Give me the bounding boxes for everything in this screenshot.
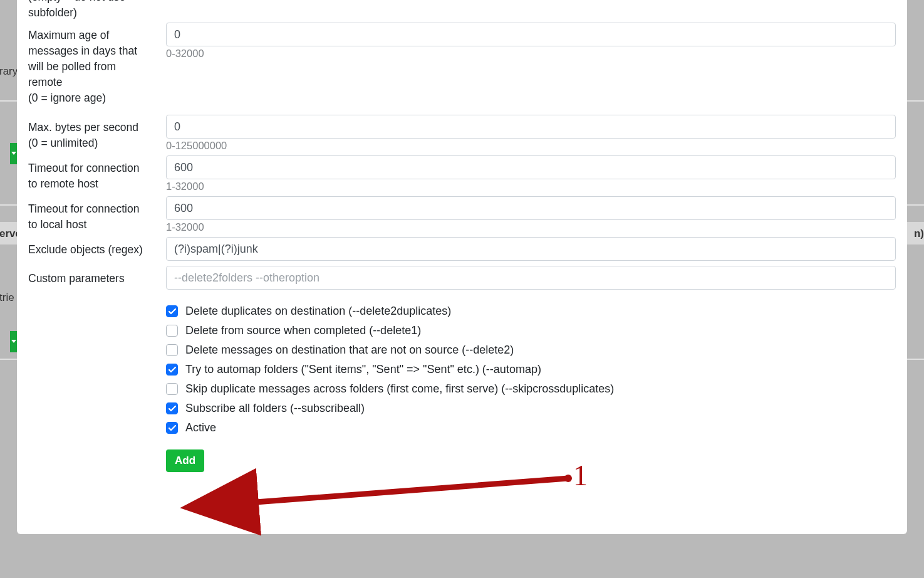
checkbox-icon	[166, 422, 178, 434]
label-line: Timeout for connection	[28, 160, 166, 176]
bg-text-fragment: n)	[914, 228, 924, 240]
label-line: Maximum age of	[28, 28, 166, 43]
check-delete2[interactable]: Delete messages on destination that are …	[166, 344, 896, 357]
check-label: Delete duplicates on destination (--dele…	[185, 305, 451, 318]
bg-text-fragment: rary	[0, 65, 18, 78]
label-line: Timeout for connection	[28, 201, 166, 217]
check-label: Try to automap folders ("Sent items", "S…	[185, 363, 541, 376]
check-label: Skip duplicate messages across folders (…	[185, 382, 614, 396]
check-skipcrossduplicates[interactable]: Skip duplicate messages across folders (…	[166, 382, 896, 396]
timeout-local-label: Timeout for connection to local host	[28, 196, 166, 233]
exclude-input[interactable]	[166, 237, 896, 261]
add-button[interactable]: Add	[166, 449, 204, 472]
timeout-remote-input[interactable]	[166, 155, 896, 179]
checkbox-icon	[166, 305, 178, 317]
checkbox-icon	[166, 344, 178, 356]
label-line: subfolder)	[28, 5, 166, 21]
label-line: (0 = ignore age)	[28, 90, 166, 106]
check-delete1[interactable]: Delete from source when completed (--del…	[166, 324, 896, 337]
check-label: Delete messages on destination that are …	[185, 344, 514, 357]
max-age-hint: 0-32000	[166, 48, 896, 60]
max-age-input[interactable]	[166, 23, 896, 46]
label-line: messages in days that	[28, 43, 166, 59]
max-bps-input[interactable]	[166, 115, 896, 139]
label-line: (empty = do not use	[28, 0, 166, 5]
timeout-local-input[interactable]	[166, 196, 896, 220]
label-line: to remote host	[28, 176, 166, 192]
bg-text-fragment: trie	[0, 292, 14, 304]
check-label: Active	[185, 421, 216, 434]
checkbox-icon	[166, 364, 178, 376]
custom-params-label: Custom parameters	[28, 266, 166, 286]
checkbox-icon	[166, 402, 178, 414]
subfolder-label: destination (empty = do not use subfolde…	[28, 0, 166, 21]
settings-modal: destination (empty = do not use subfolde…	[17, 0, 907, 534]
check-label: Delete from source when completed (--del…	[185, 324, 421, 337]
annotation-number: 1	[573, 459, 588, 492]
check-active[interactable]: Active	[166, 421, 896, 434]
timeout-remote-label: Timeout for connection to remote host	[28, 155, 166, 192]
checkbox-icon	[166, 383, 178, 395]
timeout-local-hint: 1-32000	[166, 221, 896, 233]
label-line: will be polled from	[28, 59, 166, 75]
exclude-label: Exclude objects (regex)	[28, 237, 166, 258]
label-line: Max. bytes per second	[28, 120, 166, 135]
label-line: (0 = unlimited)	[28, 135, 166, 151]
checkbox-icon	[166, 325, 178, 337]
label-line: remote	[28, 75, 166, 90]
check-delete2duplicates[interactable]: Delete duplicates on destination (--dele…	[166, 305, 896, 318]
max-bps-label: Max. bytes per second (0 = unlimited)	[28, 115, 166, 151]
label-line: to local host	[28, 217, 166, 233]
timeout-remote-hint: 1-32000	[166, 181, 896, 192]
check-subscribeall[interactable]: Subscribe all folders (--subscribeall)	[166, 402, 896, 415]
max-bps-hint: 0-125000000	[166, 140, 896, 152]
custom-params-input[interactable]	[166, 266, 896, 290]
check-automap[interactable]: Try to automap folders ("Sent items", "S…	[166, 363, 896, 376]
check-label: Subscribe all folders (--subscribeall)	[185, 402, 365, 415]
max-age-label: Maximum age of messages in days that wil…	[28, 23, 166, 106]
